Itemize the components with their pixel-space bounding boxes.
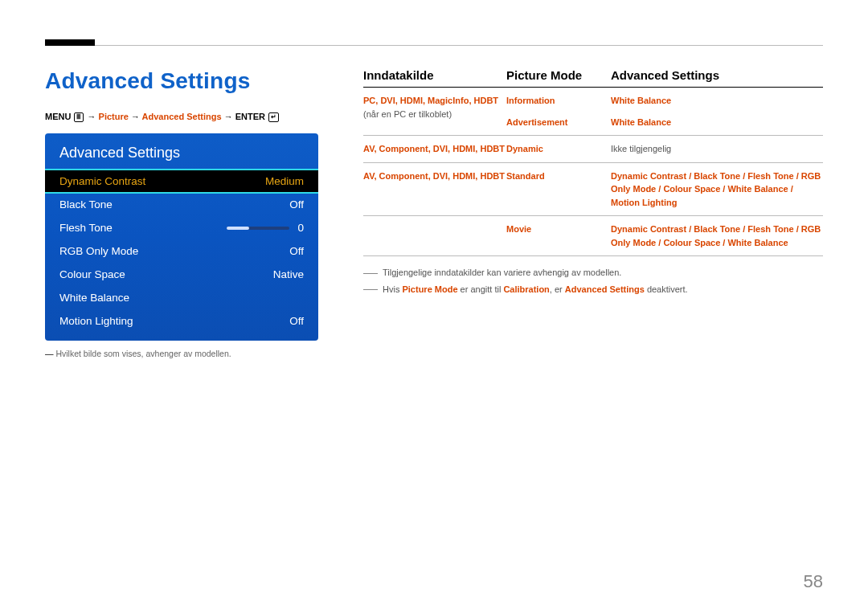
cell-setting: White Balance [611,116,823,129]
header-picture-mode: Picture Mode [506,68,611,82]
breadcrumb-advanced: Advanced Settings [142,112,222,121]
osd-value: Native [273,268,304,280]
note-2-post: deaktivert. [645,284,688,294]
osd-value: Off [289,315,304,327]
notes: Tilgjengelige inndatakilder kan variere … [363,264,823,298]
osd-value: 0 [297,222,304,234]
note-1: Tilgjengelige inndatakilder kan variere … [383,268,621,277]
cell-mode: Standard [506,170,611,183]
slider[interactable] [227,227,289,230]
breadcrumb: MENU Ⅲ → Picture → Advanced Settings → E… [45,112,318,122]
top-rule [45,45,823,46]
osd-label: RGB Only Mode [59,245,138,257]
cell-source: AV, Component, DVI, HDMI, HDBT [363,170,506,183]
cell-mode: Movie [506,223,611,236]
osd-panel: Advanced Settings Dynamic Contrast Mediu… [45,133,318,341]
note-2-pre: Hvis [383,284,402,294]
breadcrumb-enter: ENTER [235,112,265,121]
note-line: Tilgjengelige inndatakilder kan variere … [363,264,823,281]
cell-setting-list: Dynamic Contrast / Black Tone / Flesh To… [611,223,823,249]
osd-row-flesh-tone[interactable]: Flesh Tone 0 [45,216,318,239]
osd-label: Dynamic Contrast [59,175,145,187]
settings-table: Inndatakilde Picture Mode Advanced Setti… [363,68,823,256]
dash-icon [363,273,378,274]
page-title: Advanced Settings [45,68,318,94]
table-row: Movie Dynamic Contrast / Black Tone / Fl… [363,216,823,256]
osd-row-dynamic-contrast[interactable]: Dynamic Contrast Medium [45,170,318,193]
arrow-icon: → [131,112,140,121]
header-advanced-settings: Advanced Settings [611,68,823,82]
header-inndatakilde: Inndatakilde [363,68,506,82]
dash-icon [363,289,378,290]
breadcrumb-menu: MENU [45,112,71,121]
osd-row-colour-space[interactable]: Colour Space Native [45,263,318,286]
table-row: AV, Component, DVI, HDMI, HDBT Dynamic I… [363,136,823,163]
cell-source-tail: (når en PC er tilkoblet) [363,109,452,119]
osd-value: Off [289,245,304,257]
osd-row-rgb-only[interactable]: RGB Only Mode Off [45,239,318,263]
arrow-icon: → [224,112,233,121]
cell-source: AV, Component, DVI, HDMI, HDBT [363,142,506,156]
cell-source: PC, DVI, HDMI, MagicInfo, HDBT [363,96,498,105]
cell-mode: Advertisement [506,116,611,129]
note-line: Hvis Picture Mode er angitt til Calibrat… [363,281,823,298]
cell-setting-list: Dynamic Contrast / Black Tone / Flesh To… [611,170,823,210]
table-row: PC, DVI, HDMI, MagicInfo, HDBT (når en P… [363,88,823,136]
page-number: 58 [804,571,823,592]
osd-row-black-tone[interactable]: Black Tone Off [45,193,318,216]
flesh-tone-value-group: 0 [227,222,304,234]
osd-row-motion-lighting[interactable]: Motion Lighting Off [45,309,318,333]
osd-label: Colour Space [59,268,125,280]
note-2-mid: er angitt til [458,284,504,294]
osd-value: Off [289,198,304,210]
note-2-as: Advanced Settings [565,284,645,294]
osd-label: Motion Lighting [59,315,133,327]
osd-title: Advanced Settings [45,145,318,170]
cell-setting-plain: Ikke tilgjengelig [611,142,823,156]
cell-setting: White Balance [611,94,823,108]
note-2-pm: Picture Mode [402,284,457,294]
osd-row-white-balance[interactable]: White Balance [45,286,318,309]
menu-icon: Ⅲ [74,112,84,122]
table-header-row: Inndatakilde Picture Mode Advanced Setti… [363,68,823,88]
osd-value: Medium [265,175,304,187]
osd-label: White Balance [59,292,129,304]
table-row: AV, Component, DVI, HDMI, HDBT Standard … [363,163,823,217]
note-2-mid2: , er [550,284,565,294]
breadcrumb-picture: Picture [99,112,129,121]
cell-mode: Dynamic [506,142,611,156]
footnote-left-text: Hvilket bilde som vises, avhenger av mod… [55,349,231,358]
footnote-left: ― Hvilket bilde som vises, avhenger av m… [45,349,318,358]
osd-label: Black Tone [59,198,113,210]
arrow-icon: → [88,112,96,121]
cell-mode: Information [506,94,611,108]
enter-icon: ↵ [268,112,279,122]
note-2-cal: Calibration [503,284,549,294]
osd-label: Flesh Tone [59,222,113,234]
